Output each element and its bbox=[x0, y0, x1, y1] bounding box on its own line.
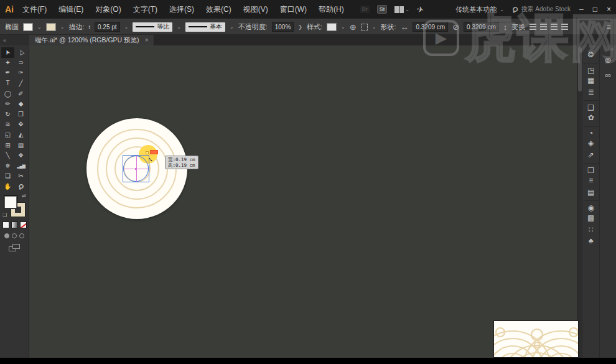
menu-item[interactable]: 帮助(H) bbox=[319, 4, 344, 15]
toolbar-tool-zoom[interactable]: Q bbox=[14, 182, 27, 192]
toolbar-tool-perspective-grid[interactable]: ◭ bbox=[14, 130, 27, 141]
dock-icon-brushes[interactable]: ∷ bbox=[584, 223, 599, 235]
align-icon[interactable] bbox=[551, 24, 558, 30]
arrange-documents-icon[interactable]: ⌄ bbox=[394, 6, 409, 13]
dock-icon-gradient-annotator[interactable]: ▤ bbox=[584, 187, 599, 198]
toolbar-tool-artboard[interactable]: ❏ bbox=[1, 171, 14, 182]
dock-icon-color-guide[interactable]: ◳ bbox=[584, 63, 599, 75]
dock-icon-gradient[interactable]: ◔ bbox=[584, 126, 599, 138]
toolbar-tool-ellipse[interactable]: ◯ bbox=[1, 88, 14, 99]
align-icon[interactable] bbox=[530, 24, 536, 30]
selection-bounding-box[interactable] bbox=[123, 155, 149, 182]
toolbar-tool-gradient[interactable]: ▤ bbox=[14, 140, 27, 151]
opacity-panel-arrow[interactable]: ❯ bbox=[298, 24, 302, 30]
dock-icon-export[interactable]: ⇗ bbox=[584, 149, 599, 161]
dock-icon-swatches[interactable]: ▦ bbox=[584, 75, 599, 86]
vertical-scrollbar[interactable] bbox=[577, 45, 582, 358]
chevron-down-icon[interactable]: ⌄ bbox=[60, 24, 65, 30]
document-setup-icon[interactable]: ⊕ bbox=[350, 23, 357, 31]
toolbar-tool-column-graph[interactable]: ▂▄▆ bbox=[14, 161, 27, 172]
stroke-profile-select[interactable]: 等比 bbox=[133, 22, 172, 32]
menu-item[interactable]: 视图(V) bbox=[243, 4, 268, 15]
toolbar-tool-blend[interactable]: ❖ bbox=[14, 151, 27, 161]
minimize-button[interactable]: – bbox=[579, 5, 584, 14]
default-fill-stroke-icon[interactable]: ❏ bbox=[2, 212, 7, 218]
toolbar-tool-curvature[interactable]: ✑ bbox=[14, 68, 27, 78]
align-icon[interactable] bbox=[540, 24, 547, 30]
shape-height-field[interactable]: 0.3209 cm bbox=[464, 22, 499, 32]
chevron-down-icon[interactable]: ⌄ bbox=[230, 24, 234, 30]
toolbar-tool-eraser[interactable]: ◆ bbox=[14, 99, 27, 110]
gradient-button[interactable] bbox=[11, 222, 18, 228]
dock-icon-creative-cloud[interactable]: ∞ bbox=[600, 67, 615, 82]
toolbar-tool-shaper[interactable]: ✏ bbox=[1, 99, 14, 110]
dock-collapse-icon[interactable]: » bbox=[611, 47, 614, 52]
fill-indicator-swatch[interactable] bbox=[4, 195, 17, 209]
opacity-field[interactable]: 100% bbox=[272, 22, 294, 32]
toolbar-tool-type[interactable]: T bbox=[1, 78, 14, 89]
shape-width-field[interactable]: 0.3209 cm bbox=[413, 22, 448, 32]
toolbar-tool-direct-selection[interactable]: ▷ bbox=[14, 47, 27, 58]
menu-item[interactable]: 文字(T) bbox=[133, 4, 157, 15]
brush-definition-select[interactable]: 基本 bbox=[185, 22, 225, 32]
canvas-area[interactable]: ↕ 宽:0.19 cm 高:0.19 cm bbox=[29, 45, 582, 358]
stroke-color-swatch[interactable] bbox=[46, 23, 56, 31]
dock-icon-libraries[interactable]: ⊚ bbox=[600, 52, 615, 67]
toolbar-tool-line-segment[interactable]: ╱ bbox=[14, 78, 27, 89]
color-button[interactable] bbox=[2, 222, 9, 228]
stock-search-input[interactable]: Q 搜索 Adobe Stock bbox=[513, 5, 571, 14]
toolbar-tool-scale[interactable]: ❒ bbox=[14, 110, 27, 120]
graphic-style-swatch[interactable] bbox=[327, 23, 337, 31]
stock-icon[interactable]: St bbox=[377, 5, 388, 14]
bridge-icon[interactable]: Br bbox=[360, 6, 370, 13]
screen-mode-icon[interactable] bbox=[9, 244, 20, 251]
toolbar-tool-paintbrush[interactable]: ✐ bbox=[14, 88, 27, 99]
fill-color-swatch[interactable] bbox=[23, 23, 33, 31]
select-similar-icon[interactable] bbox=[361, 24, 368, 30]
toolbar-tool-lasso[interactable]: ⊃ bbox=[14, 58, 27, 68]
link-dimensions-icon[interactable]: ⊘ bbox=[452, 23, 459, 31]
dock-icon-align[interactable]: ≣ bbox=[584, 86, 599, 98]
toolbar-collapse-icon[interactable]: « bbox=[0, 35, 29, 45]
menu-item[interactable]: 编辑(E) bbox=[58, 4, 83, 15]
menu-item[interactable]: 选择(S) bbox=[169, 4, 194, 15]
swap-fill-stroke-icon[interactable]: ⇄ bbox=[22, 193, 26, 198]
toolbar-tool-shape-builder[interactable]: ◱ bbox=[1, 130, 14, 141]
dock-icon-symbols[interactable]: ▩ bbox=[584, 212, 599, 224]
toolbar-tool-magic-wand[interactable]: ✦ bbox=[1, 58, 14, 68]
chevron-down-icon[interactable]: ⌄ bbox=[177, 24, 181, 30]
toolbar-tool-rotate[interactable]: ↻ bbox=[1, 110, 14, 120]
close-button[interactable]: × bbox=[607, 5, 611, 14]
menu-item[interactable]: 效果(C) bbox=[206, 4, 231, 15]
document-tab[interactable]: 端午.ai* @ 1200% (RGB/GPU 预览) × bbox=[29, 35, 154, 45]
toolbar-tool-width[interactable]: ≋ bbox=[1, 119, 14, 130]
workspace-switcher[interactable]: 传统基本功能⌄ bbox=[455, 5, 504, 14]
stroke-weight-stepper[interactable]: ▴▾ bbox=[88, 24, 90, 29]
dock-icon-properties[interactable]: ≡ bbox=[584, 175, 599, 187]
toolbar-tool-free-transform[interactable]: ✥ bbox=[14, 119, 27, 130]
draw-normal-icon[interactable] bbox=[4, 233, 9, 238]
seigaiha-pattern-preview[interactable] bbox=[493, 320, 579, 358]
dock-icon-layers[interactable]: ◈ bbox=[584, 138, 599, 149]
toolbar-tool-eyedropper[interactable]: ╲ bbox=[1, 151, 14, 161]
menu-item[interactable]: 文件(F) bbox=[22, 4, 47, 15]
maximize-button[interactable]: □ bbox=[593, 5, 597, 14]
dock-icon-pathfinder[interactable]: ❑ bbox=[584, 100, 599, 112]
toolbar-tool-pen[interactable]: ✒ bbox=[1, 68, 14, 78]
toolbar-tool-slice[interactable]: ✂ bbox=[14, 171, 27, 182]
stroke-weight-field[interactable]: 0.25 pt bbox=[95, 22, 120, 32]
chevron-down-icon[interactable]: ⌄ bbox=[372, 24, 376, 30]
align-icon[interactable] bbox=[561, 24, 568, 30]
chevron-down-icon[interactable]: ⌄ bbox=[37, 24, 42, 30]
dock-icon-color[interactable]: ❂ bbox=[584, 49, 599, 61]
scrollbar-thumb[interactable] bbox=[578, 47, 582, 91]
panel-menu-icon[interactable]: ≡ bbox=[606, 22, 611, 32]
chevron-down-icon[interactable]: ⌄ bbox=[124, 24, 129, 30]
menu-item[interactable]: 窗口(W) bbox=[280, 4, 307, 15]
tab-close-icon[interactable]: × bbox=[145, 37, 149, 44]
draw-inside-icon[interactable] bbox=[19, 233, 24, 238]
draw-behind-icon[interactable] bbox=[12, 233, 17, 238]
dock-icon-artboards[interactable]: ❐ bbox=[584, 163, 599, 175]
transform-label[interactable]: 变换 bbox=[511, 22, 525, 32]
none-button[interactable] bbox=[20, 222, 27, 228]
